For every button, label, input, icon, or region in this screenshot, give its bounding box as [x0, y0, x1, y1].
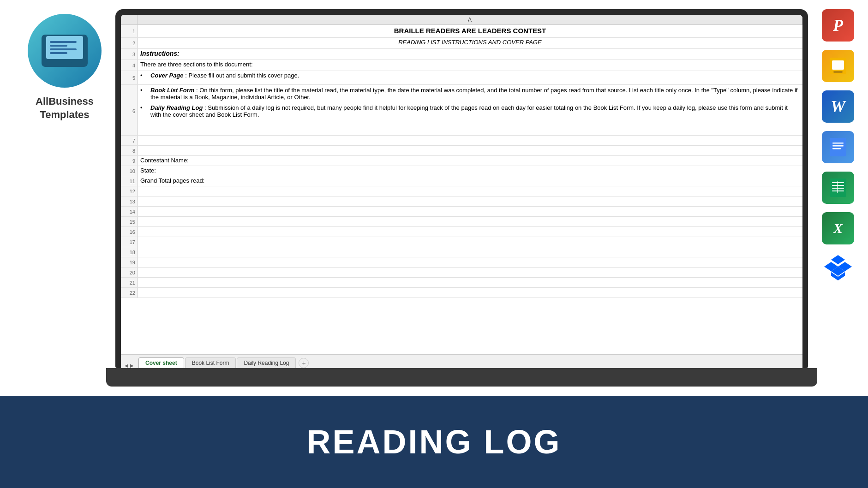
bullet-dot: • — [140, 104, 148, 118]
sheet-tabs: ◀ ▶ Cover sheet Book List Form Daily Rea… — [121, 354, 802, 368]
bullet-cover-page: • Cover Page : Please fill out and submi… — [140, 72, 800, 80]
table-row: 3 Instructions: — [121, 49, 802, 60]
word-icon[interactable]: W — [822, 90, 854, 123]
grand-total-label: Grand Total pages read: — [140, 177, 204, 184]
svg-rect-6 — [832, 148, 841, 149]
row-number: 8 — [121, 146, 138, 155]
table-row: 7 — [121, 136, 802, 146]
table-row: 9 Contestant Name: — [121, 156, 802, 166]
col-header-a: A — [138, 15, 802, 24]
logo-icon — [42, 35, 88, 67]
spreadsheet-title-sub: READING LIST INSTRUCTIONS AND COVER PAGE — [140, 39, 800, 46]
tab-cover-sheet[interactable]: Cover sheet — [138, 357, 184, 368]
excel-icon[interactable]: X — [822, 212, 854, 244]
row-content: Instructions: — [138, 49, 802, 60]
row-content: • Cover Page : Please fill out and submi… — [138, 71, 802, 84]
table-row: 2 READING LIST INSTRUCTIONS AND COVER PA… — [121, 38, 802, 49]
row-number: 6 — [121, 85, 138, 135]
nav-arrow-right[interactable]: ▶ — [130, 363, 134, 368]
svg-rect-2 — [833, 71, 843, 73]
tab-add-button[interactable]: + — [299, 358, 309, 368]
table-row: 8 — [121, 146, 802, 156]
row-number: 1 — [121, 25, 138, 37]
svg-rect-5 — [832, 145, 844, 147]
table-row: 5 • Cover Page : Please fill out and sub… — [121, 71, 802, 85]
row-number: 4 — [121, 60, 138, 71]
bullet-text: Cover Page : Please fill out and submit … — [150, 72, 299, 79]
row-number: 5 — [121, 71, 138, 84]
laptop-body: A 1 BRAILLE READERS ARE LEADERS CONTEST … — [115, 9, 808, 368]
table-row: 11 Grand Total pages read: — [121, 176, 802, 186]
row-number: 15 — [121, 217, 138, 226]
col-header-row: A — [121, 15, 802, 25]
row-content: There are three sections to this documen… — [138, 60, 802, 71]
rows-container: 1 BRAILLE READERS ARE LEADERS CONTEST 2 … — [121, 25, 802, 354]
nav-arrow-left[interactable]: ◀ — [125, 363, 128, 368]
google-slides-icon[interactable] — [822, 50, 854, 82]
spreadsheet: A 1 BRAILLE READERS ARE LEADERS CONTEST … — [121, 15, 802, 368]
daily-log-bullet: Daily Reading Log : Submission of a dail… — [150, 104, 800, 118]
row-number: 18 — [121, 247, 138, 257]
bullet-dot: • — [140, 87, 148, 101]
tab-book-list-form[interactable]: Book List Form — [185, 357, 236, 368]
table-row: 14 — [121, 207, 802, 217]
row-content: Grand Total pages read: — [138, 176, 802, 186]
row-number: 3 — [121, 49, 138, 60]
row-number: 21 — [121, 278, 138, 287]
spreadsheet-title-main: BRAILLE READERS ARE LEADERS CONTEST — [140, 26, 800, 36]
row-number: 10 — [121, 166, 138, 176]
instructions-label: Instructions: — [140, 50, 180, 57]
table-row: 22 — [121, 288, 802, 298]
row-number: 20 — [121, 268, 138, 277]
row-content — [138, 146, 802, 155]
table-row: 13 — [121, 196, 802, 207]
google-sheets-icon[interactable] — [822, 172, 854, 204]
table-row: 15 — [121, 217, 802, 227]
table-row: 19 — [121, 257, 802, 268]
bottom-banner-text: READING LOG — [306, 423, 561, 461]
row-number: 17 — [121, 237, 138, 247]
row-number: 9 — [121, 156, 138, 166]
table-row: 4 There are three sections to this docum… — [121, 60, 802, 71]
table-row: 1 BRAILLE READERS ARE LEADERS CONTEST — [121, 25, 802, 38]
table-row: 20 — [121, 268, 802, 278]
row-number: 19 — [121, 257, 138, 267]
table-row: 6 • Book List Form : On this form, pleas… — [121, 85, 802, 136]
row-content: Contestant Name: — [138, 156, 802, 166]
svg-marker-13 — [831, 255, 845, 264]
right-icons-panel: P W X — [822, 9, 854, 285]
dropbox-icon[interactable] — [822, 253, 854, 285]
row-number: 2 — [121, 38, 138, 48]
row-text: There are three sections to this documen… — [140, 61, 253, 68]
row-number: 7 — [121, 136, 138, 145]
row-content: State: — [138, 166, 802, 176]
laptop-container: A 1 BRAILLE READERS ARE LEADERS CONTEST … — [115, 9, 808, 396]
powerpoint-icon[interactable]: P — [822, 9, 854, 42]
state-label: State: — [140, 167, 156, 174]
row-content: • Book List Form : On this form, please … — [138, 85, 802, 135]
brand-name: AllBusinessTemplates — [36, 95, 94, 121]
book-list-bullet: Book List Form : On this form, please li… — [150, 87, 800, 101]
table-row: 18 — [121, 247, 802, 257]
col-header-corner — [121, 15, 138, 24]
table-row: 21 — [121, 278, 802, 288]
logo-circle — [28, 14, 102, 88]
row-number: 13 — [121, 196, 138, 206]
row-number: 14 — [121, 207, 138, 216]
bullet-dot: • — [140, 72, 148, 79]
row-content: BRAILLE READERS ARE LEADERS CONTEST — [138, 25, 802, 37]
laptop-screen: A 1 BRAILLE READERS ARE LEADERS CONTEST … — [121, 15, 802, 368]
contestant-name-label: Contestant Name: — [140, 157, 189, 164]
svg-rect-4 — [832, 143, 844, 144]
svg-rect-3 — [830, 138, 846, 156]
row-content — [138, 136, 802, 145]
google-docs-icon[interactable] — [822, 131, 854, 163]
table-row: 10 State: — [121, 166, 802, 176]
bottom-banner: READING LOG — [0, 396, 868, 488]
row-content: READING LIST INSTRUCTIONS AND COVER PAGE — [138, 38, 802, 48]
table-row: 16 — [121, 227, 802, 237]
row-number: 22 — [121, 288, 138, 298]
tab-daily-reading-log[interactable]: Daily Reading Log — [237, 357, 296, 368]
logo-area: AllBusinessTemplates — [14, 14, 115, 121]
svg-rect-1 — [832, 60, 844, 70]
